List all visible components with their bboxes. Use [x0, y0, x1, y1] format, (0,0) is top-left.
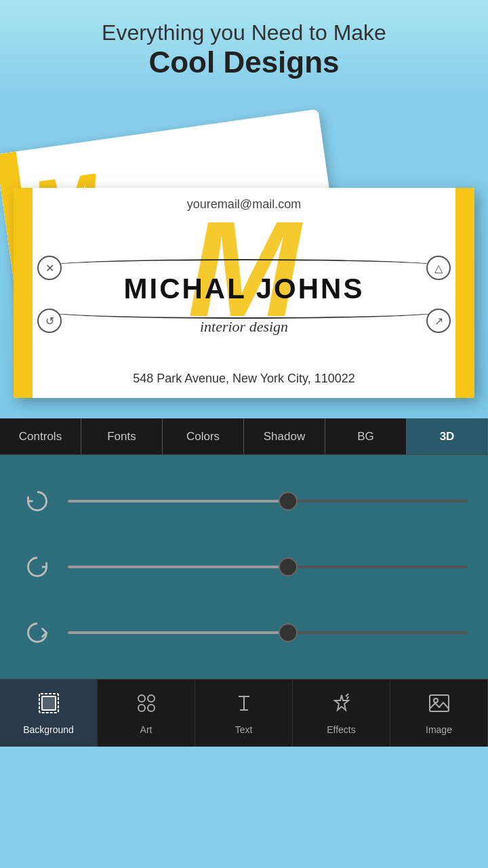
slider-track-1[interactable] [68, 500, 468, 502]
background-icon [37, 691, 61, 720]
svg-point-9 [434, 698, 438, 703]
image-icon [427, 691, 451, 720]
slider-row-1 [20, 484, 468, 518]
svg-rect-1 [42, 696, 56, 710]
tab-bg[interactable]: BG [325, 418, 407, 454]
header-subtitle: Everything you Need to Make [14, 20, 474, 45]
svg-point-4 [138, 705, 145, 711]
slider-row-2 [20, 550, 468, 584]
svg-line-7 [347, 696, 348, 699]
art-icon [134, 691, 159, 720]
art-label: Art [140, 724, 152, 735]
card-arc-bottom [47, 305, 441, 319]
effects-icon [329, 691, 354, 720]
card-name-banner: MICHAL JOHNS [41, 259, 447, 313]
slider-thumb-2[interactable] [279, 557, 298, 576]
slider-fill-3 [68, 631, 288, 634]
slider-track-2[interactable] [68, 566, 468, 568]
card-arc-top [47, 259, 441, 273]
nav-image[interactable]: Image [390, 679, 488, 747]
card-tagline: interior design [14, 318, 474, 336]
nav-art[interactable]: Art [98, 679, 195, 747]
svg-rect-8 [430, 695, 449, 711]
tab-shadow[interactable]: Shadow [244, 418, 325, 454]
card-accent-left [14, 188, 33, 398]
slider-track-3[interactable] [68, 631, 468, 634]
svg-point-2 [138, 695, 145, 702]
card-address: 548 Park Avenue, New York City, 110022 [14, 372, 474, 386]
card-name-arc: MICHAL JOHNS [41, 273, 447, 305]
tab-colors[interactable]: Colors [163, 418, 244, 454]
svg-line-6 [346, 694, 348, 696]
slider-fill-2 [68, 566, 288, 568]
handle-bottom-left[interactable]: ↺ [37, 309, 62, 333]
tab-3d[interactable]: 3D [407, 418, 488, 454]
slider-fill-1 [68, 500, 288, 502]
tab-controls[interactable]: Controls [0, 418, 81, 454]
svg-point-5 [148, 705, 155, 711]
slider-row-3 [20, 616, 468, 650]
handle-top-left[interactable]: ✕ [37, 256, 62, 280]
slider-thumb-1[interactable] [279, 492, 298, 511]
slider-icon-3 [20, 616, 54, 650]
text-icon [232, 691, 256, 720]
nav-background[interactable]: Background [0, 679, 98, 747]
header-section: Everything you Need to Make Cool Designs [0, 0, 488, 93]
tab-fonts[interactable]: Fonts [81, 418, 163, 454]
bottom-nav: Background Art Text Effect [0, 679, 488, 747]
sliders-section [0, 455, 488, 679]
slider-icon-1 [20, 484, 54, 518]
effects-label: Effects [327, 724, 356, 735]
header-title: Cool Designs [14, 45, 474, 79]
card-area: M 011-852-658-0215 youremail@mail.com M … [0, 93, 488, 418]
tabs-section: Controls Fonts Colors Shadow BG 3D [0, 418, 488, 455]
image-label: Image [426, 724, 452, 735]
nav-effects[interactable]: Effects [293, 679, 390, 747]
svg-point-3 [148, 695, 155, 702]
text-label: Text [235, 724, 253, 735]
handle-bottom-right[interactable]: ↗ [426, 309, 451, 333]
card-name: MICHAL JOHNS [124, 273, 365, 304]
nav-text[interactable]: Text [195, 679, 293, 747]
handle-top-right[interactable]: △ [426, 256, 451, 280]
background-label: Background [23, 724, 74, 735]
card-main[interactable]: youremail@mail.com M MICHAL JOHNS interi… [14, 188, 474, 398]
slider-icon-2 [20, 550, 54, 584]
card-accent-right [455, 188, 474, 398]
slider-thumb-3[interactable] [279, 623, 298, 642]
